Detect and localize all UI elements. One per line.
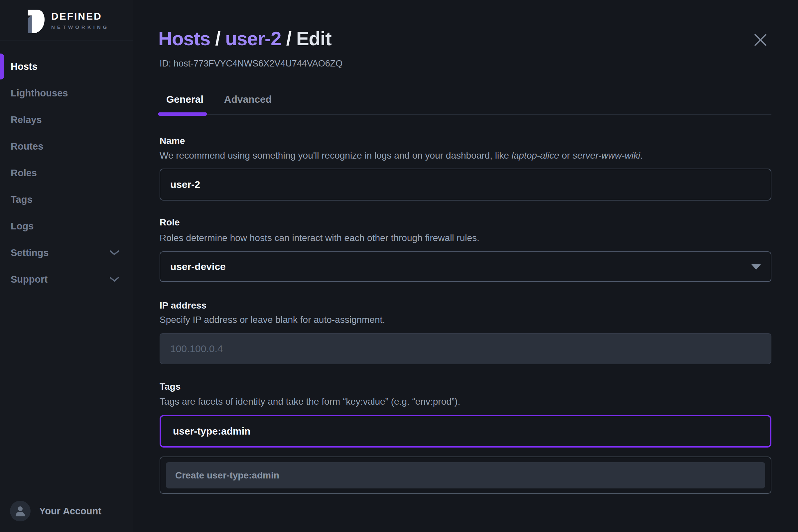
name-description: We recommend using something you'll reco… <box>159 150 643 161</box>
sidebar-item-settings[interactable]: Settings <box>0 240 133 266</box>
tab-general[interactable]: General <box>166 94 204 105</box>
tags-input[interactable] <box>159 415 772 448</box>
sidebar-item-logs[interactable]: Logs <box>0 213 133 240</box>
breadcrumb-separator: / <box>281 27 296 49</box>
tab-divider <box>159 114 772 115</box>
active-tab-indicator <box>158 112 207 116</box>
page-title: Hosts / user-2 / Edit <box>158 27 331 50</box>
sidebar-item-routes[interactable]: Routes <box>0 133 133 159</box>
sidebar-nav: Hosts Lighthouses Relays Routes Roles Ta… <box>0 53 133 292</box>
sidebar-item-roles[interactable]: Roles <box>0 159 133 186</box>
tags-description: Tags are facets of identity and take the… <box>159 396 460 407</box>
select-caret-icon <box>752 264 761 270</box>
name-input[interactable] <box>159 169 772 201</box>
sidebar-item-label: Settings <box>11 247 49 258</box>
tab-bar: General Advanced <box>166 94 272 105</box>
ip-address-input[interactable] <box>159 333 772 364</box>
sidebar-item-label: Routes <box>11 141 43 152</box>
sidebar-item-label: Relays <box>11 114 42 125</box>
role-select[interactable]: user-device <box>159 251 772 282</box>
logo[interactable]: DEFINED NETWORKING <box>0 0 133 41</box>
sidebar-item-label: Lighthouses <box>11 88 68 99</box>
account-label: Your Account <box>39 506 101 517</box>
sidebar: DEFINED NETWORKING Hosts Lighthouses Rel… <box>0 0 133 532</box>
breadcrumb-current-page: Edit <box>296 27 331 49</box>
sidebar-item-label: Roles <box>11 168 37 178</box>
ip-label: IP address <box>159 300 207 311</box>
name-label: Name <box>159 136 185 146</box>
sidebar-item-label: Support <box>11 274 48 285</box>
brand-name: DEFINED <box>51 11 109 22</box>
sidebar-item-lighthouses[interactable]: Lighthouses <box>0 80 133 107</box>
defined-networking-logo-icon <box>26 7 45 34</box>
active-indicator <box>0 54 4 79</box>
chevron-down-icon <box>109 276 119 282</box>
sidebar-item-tags[interactable]: Tags <box>0 186 133 213</box>
sidebar-item-label: Hosts <box>11 61 38 72</box>
role-selected-value: user-device <box>170 261 226 272</box>
sidebar-item-hosts[interactable]: Hosts <box>0 53 133 80</box>
host-id: ID: host-773FVYC4NWS6X2V4U744VAO6ZQ <box>159 58 342 69</box>
breadcrumb-host-link[interactable]: user-2 <box>225 27 281 49</box>
sidebar-item-label: Tags <box>11 194 33 205</box>
role-label: Role <box>159 217 180 228</box>
brand-subtitle: NETWORKING <box>51 24 109 30</box>
main-panel: Hosts / user-2 / Edit ID: host-773FVYC4N… <box>133 0 798 532</box>
chevron-down-icon <box>109 250 119 256</box>
ip-description: Specify IP address or leave blank for au… <box>159 315 385 325</box>
sidebar-item-relays[interactable]: Relays <box>0 107 133 133</box>
sidebar-item-support[interactable]: Support <box>0 266 133 292</box>
tags-label: Tags <box>159 381 180 392</box>
person-icon <box>15 505 26 517</box>
breadcrumb-separator: / <box>210 27 225 49</box>
tab-advanced[interactable]: Advanced <box>224 94 272 105</box>
avatar <box>10 501 31 521</box>
create-tag-option[interactable]: Create user-type:admin <box>166 462 765 489</box>
tags-suggestion-dropdown: Create user-type:admin <box>159 457 772 494</box>
edit-host-form: Hosts / user-2 / Edit ID: host-773FVYC4N… <box>159 0 772 532</box>
sidebar-item-label: Logs <box>11 221 34 232</box>
your-account-button[interactable]: Your Account <box>10 501 101 521</box>
role-description: Roles determine how hosts can interact w… <box>159 233 479 243</box>
breadcrumb-hosts-link[interactable]: Hosts <box>158 27 210 49</box>
